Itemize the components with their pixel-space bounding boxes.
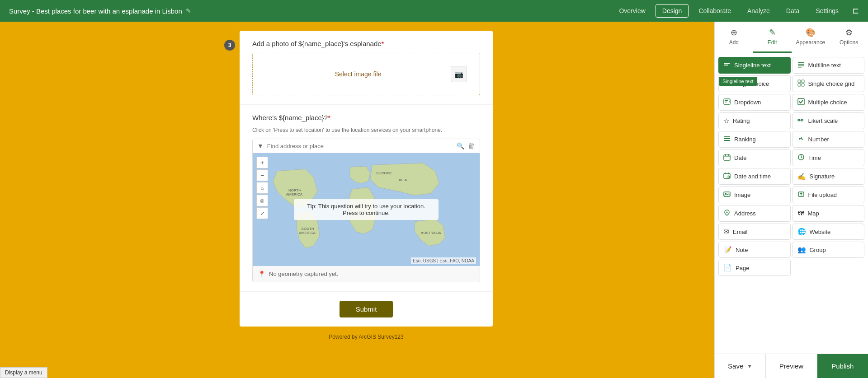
map-controls-left: + − ⌂ ◎ ⤢ (256, 157, 268, 219)
nav-data[interactable]: Data (780, 5, 806, 17)
nav-overview[interactable]: Overview (613, 5, 651, 17)
survey-area: 3 Add a photo of ${name_place}'s esplana… (0, 22, 714, 378)
map-search-input[interactable] (267, 143, 453, 149)
svg-rect-30 (724, 138, 730, 139)
add-tab-icon: ⊕ (731, 28, 737, 37)
nav-collaborate[interactable]: Collaborate (692, 5, 737, 17)
tab-add[interactable]: ⊕ Add (715, 22, 753, 53)
address-icon (723, 209, 731, 218)
main-layout: 3 Add a photo of ${name_place}'s esplana… (0, 22, 868, 378)
tab-options[interactable]: ⚙ Options (830, 22, 868, 53)
share-icon[interactable]: ⊏ (852, 6, 859, 16)
svg-rect-20 (802, 84, 804, 86)
required-star-3: * (382, 40, 384, 47)
svg-rect-14 (798, 67, 802, 68)
qtype-page[interactable]: 📄 Page (718, 260, 791, 276)
filter-icon[interactable]: ▼ (257, 142, 264, 149)
qtype-signature[interactable]: ✍ Signature (793, 168, 865, 185)
options-tab-icon: ⚙ (845, 28, 853, 37)
zoom-out-button[interactable]: − (256, 169, 268, 181)
display-menu-label: Display a menu (5, 369, 42, 376)
tab-add-label: Add (729, 39, 739, 46)
preview-label: Preview (779, 362, 803, 370)
tab-edit[interactable]: ✎ Edit (753, 22, 792, 53)
qtype-note[interactable]: 📝 Note (718, 242, 791, 258)
zoom-in-button[interactable]: + (256, 157, 268, 168)
svg-text:AMERICA: AMERICA (286, 192, 303, 196)
qtype-image-label: Image (734, 191, 750, 198)
qtype-likert-scale[interactable]: Likert scale (793, 112, 865, 129)
qtype-rating[interactable]: ☆ Rating (718, 112, 791, 129)
publish-button[interactable]: Publish (817, 354, 868, 378)
save-label: Save (728, 362, 743, 370)
qtype-time[interactable]: Time (793, 149, 865, 166)
qtype-date-and-time[interactable]: Date and time (718, 168, 791, 185)
nav-design[interactable]: Design (656, 4, 689, 18)
qtype-single-choice-grid[interactable]: Single choice grid (793, 75, 865, 92)
fullscreen-button[interactable]: ⤢ (256, 207, 268, 219)
location-pin-icon: 📍 (258, 271, 265, 277)
svg-point-26 (798, 120, 799, 121)
svg-text:SOUTH: SOUTH (302, 227, 314, 231)
tab-options-label: Options (840, 39, 858, 46)
publish-label: Publish (831, 362, 854, 370)
map-tip-text: Tip: This question will try to use your … (307, 203, 425, 216)
qtype-multiple-choice[interactable]: Multiple choice (793, 94, 865, 111)
number-icon (797, 135, 805, 144)
qtype-address[interactable]: Address (718, 205, 791, 222)
tab-appearance[interactable]: 🎨 Appearance (792, 22, 830, 53)
bottom-bar: Save ▼ Preview Publish (715, 354, 868, 378)
qtype-email-label: Email (733, 229, 748, 235)
svg-rect-31 (724, 140, 730, 141)
image-upload-area[interactable]: Select image file 📷 (252, 53, 480, 95)
question-type-grid: Singleline text Singleline text Multilin… (718, 57, 864, 276)
qtype-dropdown[interactable]: Dropdown (718, 94, 791, 111)
nav-settings[interactable]: Settings (809, 5, 845, 17)
tab-appearance-label: Appearance (796, 39, 826, 46)
svg-point-48 (725, 193, 726, 194)
qtype-address-label: Address (734, 210, 756, 217)
qtype-singleline-text[interactable]: Singleline text Singleline text (718, 57, 791, 74)
submit-button[interactable]: Submit (340, 301, 393, 317)
qtype-image[interactable]: Image (718, 187, 791, 203)
save-dropdown-arrow[interactable]: ▼ (747, 363, 752, 369)
qtype-date[interactable]: Date (718, 149, 791, 166)
nav-analyze[interactable]: Analyze (741, 5, 776, 17)
camera-button[interactable]: 📷 (451, 66, 467, 82)
qtype-multiple-choice-label: Multiple choice (808, 99, 847, 106)
map-delete-icon[interactable]: 🗑 (468, 142, 475, 150)
qtype-number[interactable]: Number (793, 131, 865, 148)
qtype-website[interactable]: 🌐 Website (793, 224, 865, 240)
svg-rect-13 (798, 65, 804, 66)
qtype-map[interactable]: 🗺 Map (793, 205, 865, 222)
map-search-icon[interactable]: 🔍 (457, 142, 464, 149)
save-button[interactable]: Save ▼ (715, 354, 766, 378)
map-visual[interactable]: NORTH AMERICA EUROPE ASIA SOUTH AMERICA … (253, 153, 480, 266)
svg-line-40 (801, 157, 802, 158)
map-overlay-tip[interactable]: Tip: This question will try to use your … (294, 199, 439, 220)
qtype-multiline-text[interactable]: Multiline text (793, 57, 865, 74)
qtype-group[interactable]: 👥 Group (793, 242, 865, 258)
survey-title: Survey - Best places for beer with an es… (9, 7, 182, 15)
svg-rect-47 (724, 192, 730, 196)
qtype-email[interactable]: ✉ Email (718, 224, 791, 240)
rating-icon: ☆ (723, 117, 729, 125)
map-icon: 🗺 (797, 210, 804, 217)
edit-title-icon[interactable]: ✎ (186, 7, 191, 14)
qtype-file-upload[interactable]: File upload (793, 187, 865, 203)
location-button[interactable]: ◎ (256, 195, 268, 206)
map-container: ▼ 🔍 🗑 (252, 139, 480, 282)
home-button[interactable]: ⌂ (256, 182, 268, 194)
qtype-date-and-time-label: Date and time (734, 173, 771, 180)
date-and-time-icon (723, 172, 731, 181)
svg-text:EUROPE: EUROPE (376, 171, 392, 175)
qtype-group-label: Group (810, 247, 826, 253)
svg-rect-22 (725, 100, 728, 101)
display-menu-badge[interactable]: Display a menu (0, 367, 47, 378)
note-icon: 📝 (723, 246, 732, 254)
svg-text:ASIA: ASIA (399, 178, 407, 182)
qtype-ranking[interactable]: Ranking (718, 131, 791, 148)
svg-rect-9 (724, 63, 730, 64)
preview-button[interactable]: Preview (766, 354, 817, 378)
svg-text:NORTH: NORTH (288, 188, 302, 192)
